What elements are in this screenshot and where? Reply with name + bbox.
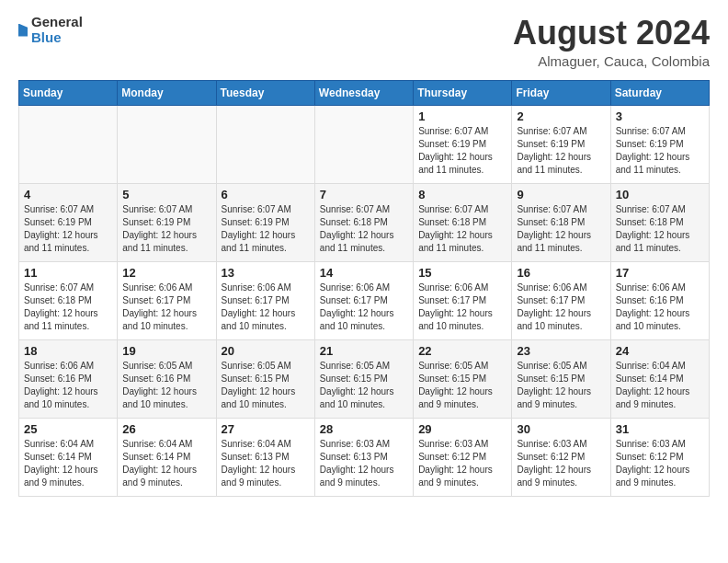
calendar-day-cell: 2Sunrise: 6:07 AM Sunset: 6:19 PM Daylig… [512, 105, 610, 183]
day-number: 16 [517, 266, 605, 280]
day-number: 10 [616, 188, 704, 201]
logo-container: General Blue [18, 15, 83, 45]
day-number: 23 [517, 344, 605, 358]
calendar-day-cell: 1Sunrise: 6:07 AM Sunset: 6:19 PM Daylig… [414, 105, 512, 183]
day-number: 30 [517, 422, 605, 436]
day-of-week-header: Friday [512, 80, 610, 105]
day-info: Sunrise: 6:03 AM Sunset: 6:12 PM Dayligh… [517, 438, 605, 489]
calendar-day-cell: 9Sunrise: 6:07 AM Sunset: 6:18 PM Daylig… [512, 183, 610, 261]
day-info: Sunrise: 6:07 AM Sunset: 6:19 PM Dayligh… [418, 125, 506, 177]
calendar-week-row: 18Sunrise: 6:06 AM Sunset: 6:16 PM Dayli… [19, 339, 710, 418]
calendar-day-cell: 4Sunrise: 6:07 AM Sunset: 6:19 PM Daylig… [19, 183, 118, 261]
logo-blue: Blue [31, 30, 83, 46]
day-info: Sunrise: 6:06 AM Sunset: 6:17 PM Dayligh… [320, 282, 408, 333]
calendar-header-row: SundayMondayTuesdayWednesdayThursdayFrid… [19, 80, 710, 105]
day-of-week-header: Wednesday [314, 80, 413, 105]
calendar-day-cell: 14Sunrise: 6:06 AM Sunset: 6:17 PM Dayli… [314, 261, 413, 339]
calendar-day-cell: 6Sunrise: 6:07 AM Sunset: 6:19 PM Daylig… [216, 183, 314, 261]
day-number: 20 [222, 344, 310, 358]
day-number: 11 [24, 266, 112, 280]
calendar-day-cell: 19Sunrise: 6:05 AM Sunset: 6:16 PM Dayli… [118, 339, 216, 418]
calendar-day-cell: 5Sunrise: 6:07 AM Sunset: 6:19 PM Daylig… [118, 183, 216, 261]
calendar-day-cell: 23Sunrise: 6:05 AM Sunset: 6:15 PM Dayli… [512, 339, 610, 418]
day-number: 26 [122, 422, 210, 436]
day-info: Sunrise: 6:03 AM Sunset: 6:13 PM Dayligh… [320, 438, 408, 489]
calendar-day-cell [118, 105, 216, 183]
calendar-table: SundayMondayTuesdayWednesdayThursdayFrid… [18, 80, 710, 497]
day-number: 4 [24, 188, 112, 201]
day-info: Sunrise: 6:05 AM Sunset: 6:15 PM Dayligh… [222, 360, 310, 411]
calendar-day-cell: 28Sunrise: 6:03 AM Sunset: 6:13 PM Dayli… [314, 418, 413, 496]
day-number: 14 [320, 266, 408, 280]
calendar-day-cell [314, 105, 413, 183]
day-info: Sunrise: 6:07 AM Sunset: 6:19 PM Dayligh… [24, 203, 112, 255]
day-number: 2 [517, 109, 605, 123]
day-number: 29 [418, 422, 506, 436]
calendar-day-cell: 20Sunrise: 6:05 AM Sunset: 6:15 PM Dayli… [216, 339, 314, 418]
day-info: Sunrise: 6:03 AM Sunset: 6:12 PM Dayligh… [616, 438, 704, 489]
day-info: Sunrise: 6:04 AM Sunset: 6:14 PM Dayligh… [122, 438, 210, 489]
calendar-body: 1Sunrise: 6:07 AM Sunset: 6:19 PM Daylig… [19, 105, 710, 496]
day-of-week-header: Sunday [19, 80, 118, 105]
day-info: Sunrise: 6:07 AM Sunset: 6:19 PM Dayligh… [616, 125, 704, 177]
month-year: August 2024 [513, 15, 710, 52]
calendar-day-cell: 8Sunrise: 6:07 AM Sunset: 6:18 PM Daylig… [414, 183, 512, 261]
day-info: Sunrise: 6:03 AM Sunset: 6:12 PM Dayligh… [418, 438, 506, 489]
calendar-day-cell: 17Sunrise: 6:06 AM Sunset: 6:16 PM Dayli… [610, 261, 709, 339]
day-info: Sunrise: 6:05 AM Sunset: 6:16 PM Dayligh… [122, 360, 210, 411]
logo: General Blue [18, 15, 83, 45]
day-info: Sunrise: 6:07 AM Sunset: 6:19 PM Dayligh… [517, 125, 605, 177]
calendar-day-cell: 3Sunrise: 6:07 AM Sunset: 6:19 PM Daylig… [610, 105, 709, 183]
calendar-day-cell: 12Sunrise: 6:06 AM Sunset: 6:17 PM Dayli… [118, 261, 216, 339]
day-info: Sunrise: 6:05 AM Sunset: 6:15 PM Dayligh… [418, 360, 506, 411]
day-number: 25 [24, 422, 112, 436]
day-info: Sunrise: 6:05 AM Sunset: 6:15 PM Dayligh… [517, 360, 605, 411]
day-info: Sunrise: 6:07 AM Sunset: 6:18 PM Dayligh… [616, 203, 704, 255]
calendar-day-cell: 22Sunrise: 6:05 AM Sunset: 6:15 PM Dayli… [414, 339, 512, 418]
calendar-week-row: 1Sunrise: 6:07 AM Sunset: 6:19 PM Daylig… [19, 105, 710, 183]
day-number: 21 [320, 344, 408, 358]
calendar-day-cell: 30Sunrise: 6:03 AM Sunset: 6:12 PM Dayli… [512, 418, 610, 496]
day-number: 28 [320, 422, 408, 436]
day-info: Sunrise: 6:07 AM Sunset: 6:19 PM Dayligh… [122, 203, 210, 255]
day-info: Sunrise: 6:06 AM Sunset: 6:17 PM Dayligh… [418, 282, 506, 333]
day-of-week-header: Monday [118, 80, 216, 105]
calendar-day-cell: 13Sunrise: 6:06 AM Sunset: 6:17 PM Dayli… [216, 261, 314, 339]
day-info: Sunrise: 6:06 AM Sunset: 6:17 PM Dayligh… [517, 282, 605, 333]
day-number: 13 [222, 266, 310, 280]
logo-text: General Blue [31, 15, 83, 45]
calendar-day-cell: 11Sunrise: 6:07 AM Sunset: 6:18 PM Dayli… [19, 261, 118, 339]
day-info: Sunrise: 6:07 AM Sunset: 6:18 PM Dayligh… [24, 282, 112, 333]
day-number: 1 [418, 109, 506, 123]
day-of-week-header: Tuesday [216, 80, 314, 105]
day-info: Sunrise: 6:07 AM Sunset: 6:19 PM Dayligh… [222, 203, 310, 255]
calendar-day-cell: 26Sunrise: 6:04 AM Sunset: 6:14 PM Dayli… [118, 418, 216, 496]
calendar-week-row: 11Sunrise: 6:07 AM Sunset: 6:18 PM Dayli… [19, 261, 710, 339]
day-info: Sunrise: 6:07 AM Sunset: 6:18 PM Dayligh… [517, 203, 605, 255]
day-number: 24 [616, 344, 704, 358]
calendar-day-cell: 21Sunrise: 6:05 AM Sunset: 6:15 PM Dayli… [314, 339, 413, 418]
page: General Blue August 2024 Almaguer, Cauca… [0, 0, 728, 511]
calendar-day-cell: 7Sunrise: 6:07 AM Sunset: 6:18 PM Daylig… [314, 183, 413, 261]
day-of-week-header: Saturday [610, 80, 709, 105]
day-info: Sunrise: 6:06 AM Sunset: 6:16 PM Dayligh… [616, 282, 704, 333]
calendar-day-cell: 18Sunrise: 6:06 AM Sunset: 6:16 PM Dayli… [19, 339, 118, 418]
day-number: 27 [222, 422, 310, 436]
calendar-day-cell: 29Sunrise: 6:03 AM Sunset: 6:12 PM Dayli… [414, 418, 512, 496]
calendar-day-cell: 31Sunrise: 6:03 AM Sunset: 6:12 PM Dayli… [610, 418, 709, 496]
logo-general: General [31, 15, 83, 30]
day-number: 31 [616, 422, 704, 436]
day-info: Sunrise: 6:07 AM Sunset: 6:18 PM Dayligh… [320, 203, 408, 255]
calendar-day-cell [216, 105, 314, 183]
header: General Blue August 2024 Almaguer, Cauca… [18, 15, 710, 69]
day-info: Sunrise: 6:04 AM Sunset: 6:14 PM Dayligh… [24, 438, 112, 489]
day-info: Sunrise: 6:04 AM Sunset: 6:14 PM Dayligh… [616, 360, 704, 411]
day-number: 6 [222, 188, 310, 201]
day-info: Sunrise: 6:06 AM Sunset: 6:17 PM Dayligh… [222, 282, 310, 333]
calendar-day-cell: 27Sunrise: 6:04 AM Sunset: 6:13 PM Dayli… [216, 418, 314, 496]
calendar-day-cell: 25Sunrise: 6:04 AM Sunset: 6:14 PM Dayli… [19, 418, 118, 496]
day-info: Sunrise: 6:06 AM Sunset: 6:16 PM Dayligh… [24, 360, 112, 411]
day-number: 18 [24, 344, 112, 358]
calendar-day-cell: 16Sunrise: 6:06 AM Sunset: 6:17 PM Dayli… [512, 261, 610, 339]
calendar-day-cell: 10Sunrise: 6:07 AM Sunset: 6:18 PM Dayli… [610, 183, 709, 261]
